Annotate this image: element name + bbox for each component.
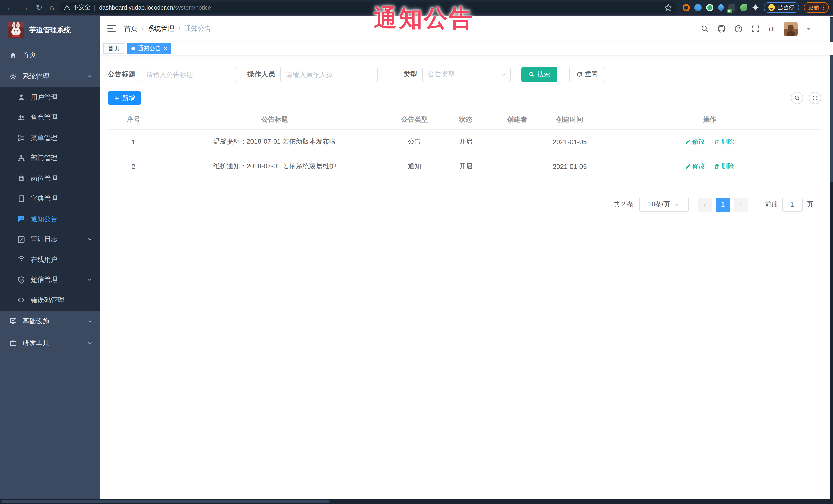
user-avatar[interactable] (784, 22, 798, 36)
extension-blue-pin-icon[interactable] (694, 4, 701, 11)
page-size-select[interactable]: 10条/页 (639, 197, 689, 212)
sidebar-item-online-users[interactable]: 在线用户 (0, 249, 100, 270)
sidebar-item-notice[interactable]: 通知公告 (0, 209, 100, 229)
browser-update-button[interactable]: 更新 (804, 2, 829, 13)
security-label[interactable]: 不安全 (73, 4, 90, 11)
breadcrumb-separator: / (142, 25, 143, 32)
sidebar-item-label: 首页 (23, 50, 92, 59)
sidebar-item-label: 部门管理 (31, 154, 92, 163)
search-icon[interactable] (700, 25, 709, 33)
extensions-puzzle-icon[interactable] (752, 4, 759, 11)
tags-view-bar: 首页 通知公告 × (100, 42, 833, 55)
col-created: 创建时间 (542, 110, 598, 129)
profile-paused-chip[interactable]: 已暂停 (763, 2, 799, 13)
table-toolbar: 新增 (108, 91, 821, 105)
toggle-search-button[interactable] (791, 92, 803, 104)
help-docs-icon[interactable] (734, 25, 742, 33)
sidebar-item-dev-tools[interactable]: 研发工具 (0, 332, 100, 353)
current-page-button[interactable]: 1 (716, 197, 730, 212)
goto-page-input[interactable] (782, 197, 803, 212)
badge-icon (18, 175, 25, 183)
sidebar-item-roles[interactable]: 角色管理 (0, 107, 100, 128)
sidebar-item-departments[interactable]: 部门管理 (0, 148, 100, 168)
sidebar-toggle-icon[interactable] (107, 25, 116, 32)
url-path[interactable]: /system/notice (173, 4, 211, 10)
profile-emoji-avatar (768, 4, 775, 11)
menu-list-icon (18, 134, 25, 142)
extension-blue-gem-icon[interactable] (716, 3, 724, 11)
sidebar-item-infrastructure[interactable]: 基础设施 (0, 310, 100, 332)
app-logo-image (8, 22, 24, 38)
sidebar-item-error-codes[interactable]: 错误码管理 (0, 290, 100, 310)
extension-orange-icon[interactable] (682, 4, 690, 11)
sidebar-item-sms[interactable]: 短信管理 (0, 270, 100, 290)
sidebar-item-label: 字典管理 (31, 194, 92, 203)
sidebar-item-users[interactable]: 用户管理 (0, 87, 100, 107)
sidebar-item-dict[interactable]: 字典管理 (0, 189, 100, 209)
breadcrumb: 首页 / 系统管理 / 通知公告 (124, 24, 211, 33)
sidebar-menu: 首页 系统管理 用户管理 角色管理 (0, 44, 100, 353)
table-row: 1 温馨提醒：2018-07-01 若依新版本发布啦 公告 开启 2021-01… (108, 129, 821, 154)
browser-menu-kebab-icon[interactable] (823, 5, 824, 10)
extension-green-leaf-icon[interactable] (740, 4, 747, 11)
horizontal-scrollbar[interactable] (0, 499, 833, 504)
tab-close-icon[interactable]: × (164, 46, 167, 51)
sidebar-item-menus[interactable]: 菜单管理 (0, 128, 100, 148)
font-size-icon[interactable]: TT (768, 25, 775, 32)
add-button[interactable]: 新增 (108, 91, 141, 105)
reload-icon[interactable]: ↻ (36, 3, 42, 12)
refresh-table-button[interactable] (809, 92, 821, 104)
col-no: 序号 (108, 110, 159, 129)
tab-notice[interactable]: 通知公告 × (127, 43, 172, 54)
back-icon[interactable]: ← (6, 3, 14, 12)
reset-button[interactable]: 重置 (569, 67, 605, 82)
breadcrumb-current: 通知公告 (185, 24, 211, 33)
select-chevron-down-icon (674, 202, 679, 207)
forward-icon[interactable]: → (21, 3, 29, 12)
edit-link[interactable]: 修改 (685, 137, 705, 146)
sidebar-item-label: 菜单管理 (31, 134, 92, 143)
extension-switchy-icon[interactable]: on (728, 4, 735, 11)
search-button[interactable]: 搜索 (521, 67, 557, 82)
breadcrumb-system[interactable]: 系统管理 (147, 24, 174, 33)
title-filter-input[interactable] (141, 67, 236, 82)
tab-home[interactable]: 首页 (103, 43, 124, 54)
cell-no: 2 (108, 154, 159, 178)
delete-link[interactable]: 删除 (714, 137, 734, 146)
sidebar-item-audit-log[interactable]: 审计日志 (0, 229, 100, 249)
type-filter-select[interactable]: 公告类型 (422, 67, 511, 82)
chevron-down-icon (87, 318, 92, 323)
breadcrumb-home[interactable]: 首页 (124, 24, 138, 33)
edit-link[interactable]: 修改 (685, 162, 705, 171)
url-host[interactable]: dashboard.yudao.iocoder.cn (99, 4, 173, 10)
address-bar[interactable]: 不安全 dashboard.yudao.iocoder.cn /system/n… (58, 2, 677, 13)
github-icon[interactable] (717, 25, 725, 33)
fullscreen-icon[interactable] (751, 25, 759, 33)
home-icon[interactable]: ⌂ (50, 3, 54, 12)
sidebar-item-home[interactable]: 首页 (0, 44, 100, 66)
cell-actions: 修改 删除 (598, 129, 821, 154)
bookmark-star-icon[interactable] (664, 3, 672, 11)
sidebar-item-system[interactable]: 系统管理 (0, 66, 100, 87)
app-window: 芋道管理系统 首页 系统管理 用户管理 (0, 16, 833, 499)
cell-creator (493, 154, 542, 178)
delete-link-label: 删除 (721, 137, 734, 146)
vertical-scrollbar[interactable] (830, 17, 833, 499)
prev-page-button[interactable]: ‹ (698, 197, 712, 212)
tab-label: 通知公告 (138, 45, 161, 52)
operator-filter-input[interactable] (280, 67, 378, 82)
avatar-caret-icon[interactable] (806, 27, 810, 32)
horizontal-scrollbar-thumb[interactable] (1, 500, 330, 503)
edit-link-label: 修改 (692, 162, 705, 171)
sidebar-item-posts[interactable]: 岗位管理 (0, 168, 100, 189)
delete-link-label: 删除 (721, 162, 734, 171)
extension-bar: on 已暂停 更新 (682, 2, 829, 13)
cell-status: 开启 (439, 154, 493, 178)
app-logo-row[interactable]: 芋道管理系统 (0, 16, 100, 44)
search-button-label: 搜索 (538, 70, 550, 79)
select-chevron-down-icon (500, 72, 506, 77)
extension-green-v-icon[interactable] (706, 4, 713, 11)
reset-button-label: 重置 (585, 70, 598, 79)
delete-link[interactable]: 删除 (714, 162, 734, 171)
next-page-button[interactable]: › (734, 197, 748, 212)
